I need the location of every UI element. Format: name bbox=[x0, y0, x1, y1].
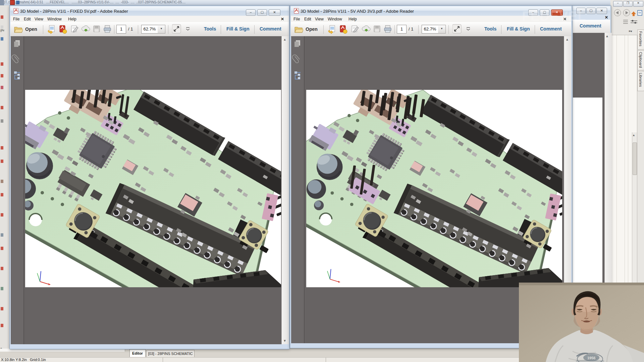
svg-text:1956: 1956 bbox=[587, 356, 595, 360]
